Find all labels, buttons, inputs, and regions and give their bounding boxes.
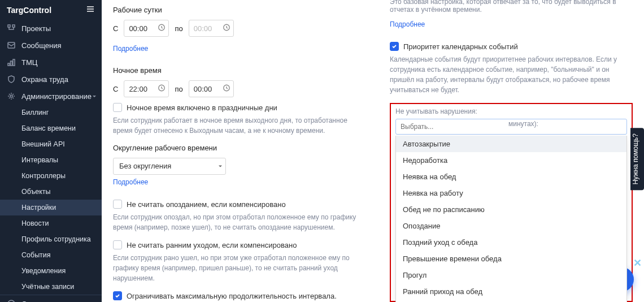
nav-label: ТМЦ [21, 58, 37, 67]
svg-rect-3 [8, 63, 10, 66]
helper-text: Если сотрудник рано ушел, но при этом уж… [113, 253, 367, 283]
subnav-item-employee[interactable]: Профиль сотрудника [0, 231, 102, 247]
section-rounding: Округление рабочего времени [113, 144, 367, 152]
svg-rect-1 [12, 25, 15, 27]
main-content: Рабочие сутки С по Подробнее Ночное врем… [102, 0, 644, 302]
nav-label: Проекты [21, 24, 51, 33]
dropdown-option[interactable]: Превышение времени обеда [396, 251, 626, 267]
admin-subnav: Биллинг Баланс времени Внешний API Интер… [0, 105, 102, 295]
sidebar-header: TargControl [0, 0, 102, 20]
ignore-violations-block: Не учитывать нарушения: Автозакрытие Нед… [390, 103, 633, 302]
nav-label: Охрана труда [21, 75, 68, 84]
mail-icon [7, 41, 16, 50]
helper-text: Календарные события будут приоритетнее р… [390, 54, 633, 95]
more-link[interactable]: Подробнее [390, 20, 425, 28]
dropdown-option[interactable]: Ранний уход [396, 300, 626, 302]
checkbox-label: Не считать ранним уходом, если компенсир… [127, 241, 297, 249]
section-work-hours: Рабочие сутки [113, 6, 367, 14]
checkbox-label: Ограничивать максимальную продолжительно… [127, 292, 337, 300]
subnav-item-api[interactable]: Внешний API [0, 136, 102, 152]
subnav-item-accounts[interactable]: Учётные записи [0, 279, 102, 295]
svg-point-6 [10, 95, 12, 97]
dropdown-option[interactable]: Недоработка [396, 152, 626, 169]
sidebar: TargControl Проекты Сообщения ТМЦ Охрана… [0, 0, 102, 302]
menu-toggle-icon[interactable] [86, 5, 95, 15]
to-label: по [175, 24, 182, 33]
svg-rect-0 [8, 25, 10, 27]
chevron-down-icon [92, 92, 97, 101]
violations-dropdown-list: Автозакрытие Недоработка Неявка на обед … [395, 136, 627, 302]
late-compensated-checkbox[interactable] [113, 200, 122, 209]
subnav-item-billing[interactable]: Биллинг [0, 105, 102, 120]
dropdown-option[interactable]: Прогул [396, 267, 626, 283]
nav-label: Сообщения [21, 41, 62, 50]
checkbox-label: Ночное время включено в праздничные дни [127, 103, 277, 112]
sidebar-item-projects[interactable]: Проекты [0, 20, 102, 37]
work-to-input[interactable] [189, 20, 234, 37]
sidebar-item-messages[interactable]: Сообщения [0, 37, 102, 54]
checkbox-label: Приоритет календарных событий [403, 42, 518, 51]
shield-icon [7, 75, 16, 84]
sidebar-item-admin[interactable]: Администрирование [0, 88, 102, 105]
night-from-input[interactable] [124, 80, 169, 97]
early-compensated-checkbox[interactable] [113, 240, 122, 249]
gear-icon [7, 92, 16, 101]
helper-text: Если сотрудник работает в ночное время в… [113, 115, 367, 136]
projects-icon [7, 24, 16, 33]
subnav-item-intervals[interactable]: Интервалы [0, 152, 102, 168]
priority-events-checkbox[interactable] [390, 42, 399, 51]
subnav-item-balance[interactable]: Баланс времени [0, 120, 102, 136]
sidebar-item-tmc[interactable]: ТМЦ [0, 54, 102, 71]
from-label: С [113, 24, 118, 33]
dropdown-option[interactable]: Ранний приход на обед [396, 283, 626, 300]
subnav-item-news[interactable]: Новости [0, 215, 102, 231]
checkbox-label: Не считать опозданием, если компенсирова… [127, 200, 286, 209]
limit-interval-checkbox[interactable] [113, 291, 122, 300]
subnav-item-events[interactable]: События [0, 247, 102, 263]
subnav-item-controllers[interactable]: Контроллеры [0, 168, 102, 184]
helper-text: Если сотрудник опоздал, но при этом отра… [113, 212, 367, 232]
work-from-input[interactable] [124, 20, 169, 37]
background-text: минутах): [508, 119, 633, 130]
help-tab[interactable]: Нужна помощь? [630, 128, 644, 190]
svg-rect-5 [13, 59, 15, 66]
info-icon [7, 299, 16, 302]
subnav-item-notifications[interactable]: Уведомления [0, 263, 102, 279]
subnav-item-settings[interactable]: Настройки [0, 200, 102, 215]
dropdown-option[interactable]: Неявка на обед [396, 169, 626, 185]
to-label: по [175, 85, 182, 93]
dropdown-label: Не учитывать нарушения: [395, 107, 627, 115]
night-to-input[interactable] [189, 80, 234, 97]
night-holiday-checkbox[interactable] [113, 103, 122, 112]
sidebar-item-safety[interactable]: Охрана труда [0, 71, 102, 88]
inventory-icon [7, 58, 16, 67]
from-label: С [113, 85, 118, 93]
close-icon[interactable]: ✕ [633, 257, 642, 269]
nav-label: О системе [21, 300, 57, 303]
subnav-item-objects[interactable]: Объекты [0, 184, 102, 200]
more-link[interactable]: Подробнее [113, 178, 148, 186]
settings-column-right: Это базовая настройка, которая отвечает … [378, 0, 644, 302]
brand-logo: TargControl [7, 6, 51, 15]
nav-label: Администрирование [21, 92, 92, 101]
svg-rect-4 [11, 61, 12, 66]
dropdown-option[interactable]: Опоздание [396, 218, 626, 234]
dropdown-option[interactable]: Неявка на работу [396, 185, 626, 201]
rounding-select[interactable]: Без округления [113, 158, 226, 175]
helper-text: Это базовая настройка, которая отвечает … [390, 0, 633, 14]
dropdown-option[interactable]: Поздний уход с обеда [396, 234, 626, 251]
sidebar-item-about[interactable]: О системе [0, 295, 102, 302]
more-link[interactable]: Подробнее [113, 45, 148, 53]
dropdown-option[interactable]: Автозакрытие [396, 136, 626, 152]
svg-rect-2 [8, 42, 15, 48]
settings-column-left: Рабочие сутки С по Подробнее Ночное врем… [102, 0, 378, 302]
section-night-hours: Ночное время [113, 66, 367, 75]
dropdown-option[interactable]: Обед не по расписанию [396, 201, 626, 218]
